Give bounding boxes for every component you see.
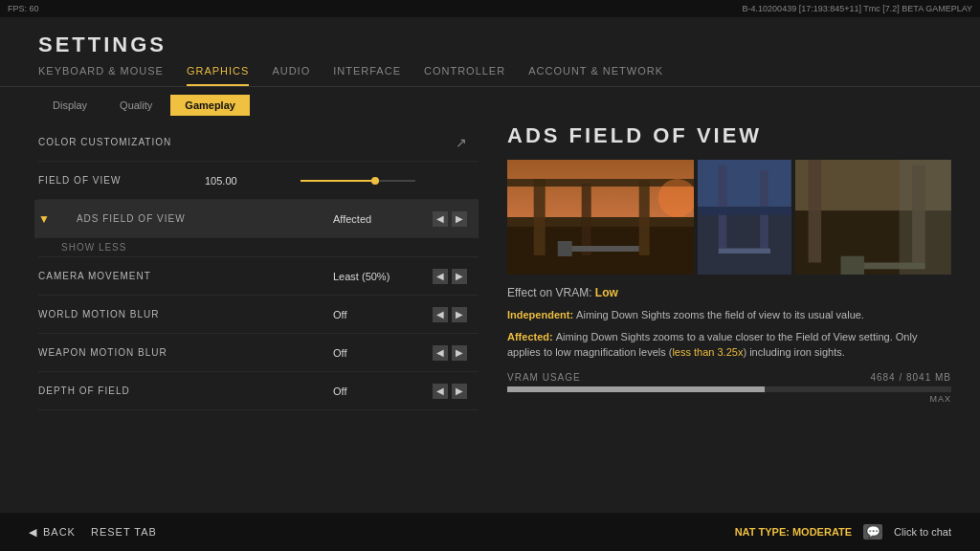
depth-of-field-label: DEPTH OF FIELD (38, 386, 333, 396)
bottom-right: NAT TYPE: MODERATE 💬 Click to chat (735, 524, 951, 540)
field-of-view-slider[interactable] (301, 180, 467, 182)
nat-type-label: NAT TYPE: (735, 526, 792, 538)
weapon-blur-prev-button[interactable]: ◀ (433, 345, 448, 361)
tab-audio[interactable]: AUDIO (272, 65, 310, 86)
svg-rect-21 (900, 160, 951, 275)
settings-title: SETTINGS (0, 17, 980, 57)
build-info: B-4.10200439 [17:193:845+11] Tmc [7.2] B… (743, 4, 972, 13)
svg-rect-7 (563, 246, 639, 252)
desc1-label: Independent: (507, 309, 576, 320)
weapon-blur-next-button[interactable]: ▶ (452, 345, 467, 361)
back-button[interactable]: ◀ BACK (29, 526, 76, 539)
desc2-highlight: less than 3.25x (672, 346, 743, 358)
ads-field-of-view-row: ▼ ADS FIELD OF VIEW Affected ◀ ▶ (34, 200, 479, 238)
ads-field-of-view-controls: Affected ◀ ▶ (333, 211, 467, 227)
vram-effect-label: Effect on VRAM: (507, 286, 595, 299)
left-panel: COLOR CUSTOMIZATION ↗ FIELD OF VIEW 105.… (0, 123, 479, 551)
chat-icon[interactable]: 💬 (863, 524, 882, 540)
right-panel: ADS FIELD OF VIEW (479, 123, 980, 551)
sub-tab-display[interactable]: Display (38, 95, 101, 116)
sub-tab-quality[interactable]: Quality (105, 95, 167, 116)
field-of-view-label: FIELD OF VIEW (38, 175, 205, 186)
svg-rect-14 (698, 207, 791, 215)
sub-tabs: Display Quality Gameplay (0, 87, 980, 123)
weapon-motion-blur-label: WEAPON MOTION BLUR (38, 347, 333, 358)
tab-interface[interactable]: INTERFACE (333, 65, 401, 86)
weapon-motion-blur-row: WEAPON MOTION BLUR Off ◀ ▶ (38, 334, 479, 372)
detail-panel-title: ADS FIELD OF VIEW (507, 123, 951, 148)
desc2-suffix: ) including iron sights. (743, 346, 844, 358)
svg-rect-5 (639, 181, 650, 255)
main-container: SETTINGS KEYBOARD & MOUSE GRAPHICS AUDIO… (0, 17, 980, 551)
ads-arrow-icon: ▼ (38, 212, 50, 226)
nat-type-value: MODERATE (792, 526, 852, 538)
color-customization-label: COLOR CUSTOMIZATION (38, 137, 456, 147)
svg-rect-15 (719, 249, 770, 253)
nat-type: NAT TYPE: MODERATE (735, 526, 852, 538)
vram-usage-values: 4684 / 8041 MB (870, 372, 951, 383)
ads-field-of-view-label: ADS FIELD OF VIEW (57, 213, 333, 224)
top-bar: FPS: 60 B-4.10200439 [17:193:845+11] Tmc… (0, 0, 980, 17)
vram-bar-track (507, 386, 951, 392)
world-blur-prev-button[interactable]: ◀ (433, 307, 448, 322)
depth-prev-button[interactable]: ◀ (433, 384, 448, 399)
field-of-view-row: FIELD OF VIEW 105.00 (38, 162, 479, 200)
tab-controller[interactable]: CONTROLLER (424, 65, 505, 86)
world-blur-next-button[interactable]: ▶ (452, 307, 467, 322)
vram-usage-label: VRAM USAGE (507, 372, 581, 383)
depth-of-field-row: DEPTH OF FIELD Off ◀ ▶ (38, 372, 479, 410)
back-arrow-icon: ◀ (29, 526, 37, 539)
svg-rect-19 (809, 160, 822, 263)
camera-movement-label: CAMERA MOVEMENT (38, 271, 333, 281)
vram-usage: VRAM USAGE 4684 / 8041 MB MAX (507, 372, 951, 404)
fps-counter: FPS: 60 (8, 4, 39, 13)
vram-effect: Effect on VRAM: Low (507, 286, 951, 299)
desc1-text: Aiming Down Sights zooms the field of vi… (576, 309, 864, 320)
svg-rect-4 (582, 184, 591, 255)
camera-movement-value: Least (50%) (333, 271, 429, 282)
slider-thumb (371, 177, 379, 185)
description-independent: Independent: Aiming Down Sights zooms th… (507, 307, 951, 323)
weapon-motion-blur-controls: Off ◀ ▶ (333, 345, 467, 361)
ads-field-of-view-value: Affected (333, 213, 429, 225)
slider-track (301, 180, 415, 182)
preview-images (507, 160, 951, 275)
tab-account-network[interactable]: ACCOUNT & NETWORK (528, 65, 663, 86)
panels: COLOR CUSTOMIZATION ↗ FIELD OF VIEW 105.… (0, 123, 980, 551)
vram-max-label: MAX (507, 394, 951, 404)
click-to-chat[interactable]: Click to chat (894, 526, 951, 538)
depth-next-button[interactable]: ▶ (452, 384, 467, 399)
weapon-motion-blur-value: Off (333, 347, 429, 359)
color-customization-row: COLOR CUSTOMIZATION ↗ (38, 123, 479, 162)
tab-keyboard-mouse[interactable]: KEYBOARD & MOUSE (38, 65, 164, 86)
world-motion-blur-value: Off (333, 309, 429, 320)
bottom-left: ◀ BACK RESET TAB (29, 526, 157, 539)
camera-next-button[interactable]: ▶ (452, 269, 467, 284)
slider-fill (301, 180, 375, 182)
camera-movement-row: CAMERA MOVEMENT Least (50%) ◀ ▶ (38, 257, 479, 296)
svg-rect-8 (558, 241, 572, 256)
vram-label-row: VRAM USAGE 4684 / 8041 MB (507, 372, 951, 383)
show-less-row[interactable]: SHOW LESS (38, 238, 479, 257)
vram-level-badge: Low (595, 286, 618, 299)
description-affected: Affected: Aiming Down Sights zooms to a … (507, 329, 951, 361)
sub-tab-gameplay[interactable]: Gameplay (170, 95, 250, 116)
vram-bar-fill (507, 386, 765, 392)
reset-tab-button[interactable]: RESET TAB (91, 526, 157, 538)
desc2-label: Affected: (507, 331, 556, 342)
svg-rect-23 (841, 256, 864, 275)
svg-rect-11 (698, 160, 791, 207)
camera-prev-button[interactable]: ◀ (433, 269, 448, 284)
tab-graphics[interactable]: GRAPHICS (187, 65, 249, 86)
export-icon[interactable]: ↗ (456, 135, 467, 150)
ads-prev-button[interactable]: ◀ (433, 211, 448, 227)
svg-rect-3 (534, 179, 546, 255)
world-motion-blur-row: WORLD MOTION BLUR Off ◀ ▶ (38, 296, 479, 334)
depth-of-field-value: Off (333, 386, 429, 397)
preview-image-small-1 (698, 160, 791, 275)
ads-next-button[interactable]: ▶ (452, 211, 467, 227)
preview-image-main (507, 160, 694, 275)
world-motion-blur-label: WORLD MOTION BLUR (38, 309, 333, 320)
preview-image-right (795, 160, 951, 275)
bottom-bar: ◀ BACK RESET TAB NAT TYPE: MODERATE 💬 Cl… (0, 513, 980, 551)
